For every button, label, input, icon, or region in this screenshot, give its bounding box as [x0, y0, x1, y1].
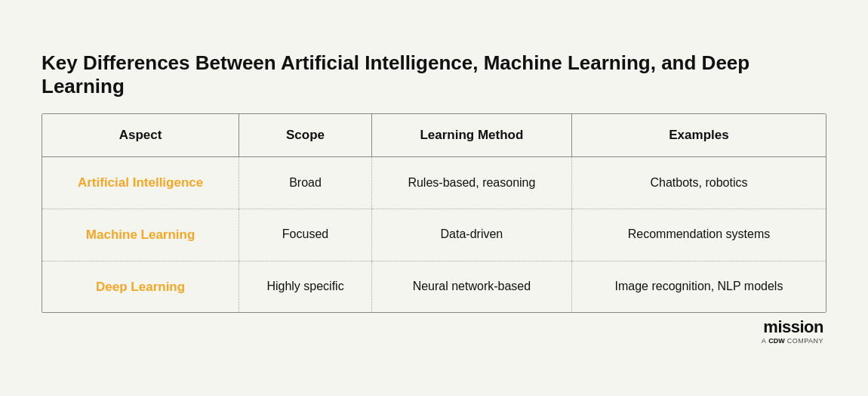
col-header-examples: Examples — [571, 114, 826, 157]
row2-learning-method: Data-driven — [371, 209, 571, 261]
row1-scope: Broad — [239, 156, 372, 209]
brand-sub-prefix: A — [762, 337, 767, 345]
table-header-row: Aspect Scope Learning Method Examples — [42, 114, 826, 157]
page-title: Key Differences Between Artificial Intel… — [42, 51, 826, 98]
col-header-scope: Scope — [239, 114, 372, 157]
brand-logo: mission A CDW COMPANY — [762, 319, 823, 345]
row2-scope: Focused — [239, 209, 372, 261]
footer: mission A CDW COMPANY — [42, 319, 826, 345]
brand-tagline: A CDW COMPANY — [762, 337, 823, 345]
comparison-table: Aspect Scope Learning Method Examples Ar… — [42, 114, 826, 312]
row2-examples: Recommendation systems — [571, 209, 826, 261]
row2-aspect: Machine Learning — [42, 209, 239, 261]
table-row: Machine Learning Focused Data-driven Rec… — [42, 209, 826, 261]
row1-aspect: Artificial Intelligence — [42, 156, 239, 209]
brand-cdw: CDW — [768, 337, 785, 345]
brand-sub-suffix: COMPANY — [787, 337, 823, 345]
row3-examples: Image recognition, NLP models — [571, 261, 826, 312]
row3-learning-method: Neural network-based — [371, 261, 571, 312]
page-container: Key Differences Between Artificial Intel… — [19, 36, 849, 360]
row3-scope: Highly specific — [239, 261, 372, 312]
row3-aspect: Deep Learning — [42, 261, 239, 312]
table-row: Deep Learning Highly specific Neural net… — [42, 261, 826, 312]
table-row: Artificial Intelligence Broad Rules-base… — [42, 156, 826, 209]
comparison-table-wrapper: Aspect Scope Learning Method Examples Ar… — [42, 113, 826, 313]
row1-examples: Chatbots, robotics — [571, 156, 826, 209]
row1-learning-method: Rules-based, reasoning — [371, 156, 571, 209]
col-header-aspect: Aspect — [42, 114, 239, 157]
col-header-learning-method: Learning Method — [371, 114, 571, 157]
brand-name: mission — [763, 319, 823, 336]
